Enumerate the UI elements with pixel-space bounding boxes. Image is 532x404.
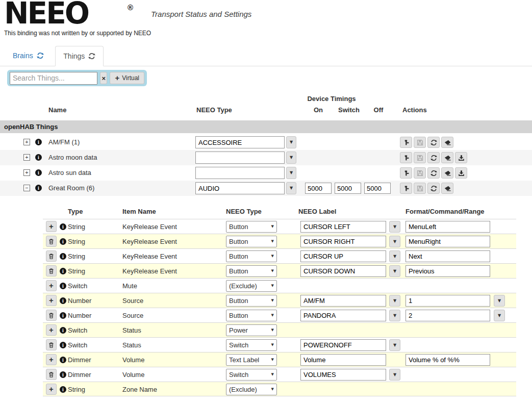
label-dropdown-button[interactable]: ▼ bbox=[389, 236, 400, 247]
format-input[interactable] bbox=[406, 221, 490, 233]
delete-channel-button[interactable] bbox=[46, 250, 57, 262]
download-button[interactable] bbox=[455, 152, 467, 163]
info-icon[interactable]: i bbox=[60, 312, 66, 319]
add-channel-button[interactable]: + bbox=[46, 354, 57, 365]
eraser-button[interactable] bbox=[441, 152, 453, 163]
add-channel-button[interactable]: + bbox=[46, 280, 57, 291]
info-icon[interactable]: i bbox=[60, 386, 66, 393]
timing-on-input[interactable] bbox=[305, 183, 332, 194]
timing-off-input[interactable] bbox=[364, 183, 391, 194]
expand-icon[interactable]: + bbox=[23, 154, 30, 161]
neeo-type-input[interactable] bbox=[195, 152, 285, 164]
neeo-label-input[interactable] bbox=[300, 250, 386, 262]
eraser-button[interactable] bbox=[441, 167, 453, 179]
delete-channel-button[interactable] bbox=[46, 310, 57, 321]
collapse-icon[interactable]: − bbox=[23, 185, 30, 191]
neeo-type-dropdown-button[interactable]: ▼ bbox=[286, 152, 296, 164]
label-dropdown-button[interactable]: ▼ bbox=[389, 265, 400, 277]
format-input[interactable] bbox=[406, 236, 490, 247]
add-virtual-button[interactable]: + Virtual bbox=[110, 72, 144, 84]
neeo-type-select[interactable]: Text Label▼ bbox=[226, 354, 277, 366]
neeo-type-select[interactable]: Button▼ bbox=[226, 236, 277, 247]
refresh-button[interactable] bbox=[427, 167, 440, 179]
neeo-label-input[interactable] bbox=[300, 310, 386, 321]
hammer-button[interactable] bbox=[400, 167, 412, 179]
info-icon[interactable]: i bbox=[35, 185, 42, 191]
add-channel-button[interactable]: + bbox=[46, 384, 57, 395]
neeo-label-input[interactable] bbox=[300, 295, 386, 307]
neeo-type-select[interactable]: Switch▼ bbox=[226, 339, 277, 351]
refresh-button[interactable] bbox=[427, 152, 440, 163]
add-channel-button[interactable]: + bbox=[46, 221, 57, 232]
neeo-type-input[interactable] bbox=[195, 182, 285, 194]
timing-switch-input[interactable] bbox=[335, 183, 361, 194]
label-dropdown-button[interactable]: ▼ bbox=[389, 369, 400, 381]
neeo-type-input[interactable] bbox=[195, 136, 285, 148]
neeo-type-dropdown-button[interactable]: ▼ bbox=[286, 182, 296, 194]
info-icon[interactable]: i bbox=[60, 283, 66, 289]
neeo-type-select[interactable]: (Exclude)▼ bbox=[226, 384, 277, 395]
expand-icon[interactable]: + bbox=[23, 169, 30, 176]
info-icon[interactable]: i bbox=[35, 154, 42, 161]
neeo-type-select[interactable]: Power▼ bbox=[226, 324, 277, 336]
neeo-type-dropdown-button[interactable]: ▼ bbox=[286, 167, 296, 179]
neeo-type-select[interactable]: Button▼ bbox=[226, 265, 277, 277]
format-input[interactable] bbox=[406, 265, 490, 277]
expand-icon[interactable]: + bbox=[23, 139, 30, 145]
info-icon[interactable]: i bbox=[60, 297, 66, 304]
hammer-button[interactable] bbox=[400, 137, 412, 148]
neeo-label-input[interactable] bbox=[300, 369, 386, 381]
delete-channel-button[interactable] bbox=[46, 339, 57, 350]
eraser-button[interactable] bbox=[441, 137, 453, 148]
label-dropdown-button[interactable]: ▼ bbox=[389, 310, 400, 321]
neeo-label-input[interactable] bbox=[300, 354, 386, 366]
format-input[interactable] bbox=[406, 295, 490, 307]
neeo-type-select[interactable]: Button▼ bbox=[226, 295, 277, 307]
format-dropdown-button[interactable]: ▼ bbox=[494, 295, 505, 307]
neeo-label-input[interactable] bbox=[300, 221, 386, 233]
refresh-button[interactable] bbox=[427, 137, 440, 148]
download-button[interactable] bbox=[455, 167, 467, 179]
refresh-button[interactable] bbox=[427, 183, 440, 194]
info-icon[interactable]: i bbox=[60, 371, 66, 378]
neeo-type-dropdown-button[interactable]: ▼ bbox=[286, 136, 296, 148]
info-icon[interactable]: i bbox=[60, 327, 66, 334]
tab-brains[interactable]: Brains bbox=[5, 45, 52, 66]
info-icon[interactable]: i bbox=[60, 238, 66, 245]
search-input[interactable] bbox=[10, 72, 97, 85]
format-input[interactable] bbox=[406, 310, 490, 321]
refresh-icon[interactable] bbox=[37, 52, 44, 59]
refresh-icon[interactable] bbox=[88, 53, 95, 60]
neeo-type-select[interactable]: Button▼ bbox=[226, 250, 277, 262]
eraser-button[interactable] bbox=[441, 183, 453, 194]
neeo-type-select[interactable]: Button▼ bbox=[226, 310, 277, 321]
label-dropdown-button[interactable]: ▼ bbox=[389, 250, 400, 262]
label-dropdown-button[interactable]: ▼ bbox=[389, 295, 400, 307]
add-channel-button[interactable]: + bbox=[46, 324, 57, 336]
hammer-button[interactable] bbox=[400, 152, 412, 163]
info-icon[interactable]: i bbox=[35, 169, 42, 176]
format-input[interactable] bbox=[406, 250, 490, 262]
info-icon[interactable]: i bbox=[60, 268, 66, 274]
save-button[interactable] bbox=[414, 183, 426, 194]
save-button[interactable] bbox=[414, 167, 426, 179]
label-dropdown-button[interactable]: ▼ bbox=[389, 339, 400, 351]
label-dropdown-button[interactable]: ▼ bbox=[389, 221, 400, 233]
neeo-label-input[interactable] bbox=[300, 265, 386, 277]
add-channel-button[interactable]: + bbox=[46, 295, 57, 306]
format-dropdown-button[interactable]: ▼ bbox=[494, 310, 505, 321]
format-input[interactable] bbox=[406, 354, 490, 366]
neeo-label-input[interactable] bbox=[300, 339, 386, 351]
info-icon[interactable]: i bbox=[60, 357, 66, 363]
hammer-button[interactable] bbox=[400, 183, 412, 194]
neeo-type-select[interactable]: Switch▼ bbox=[226, 369, 277, 381]
save-button[interactable] bbox=[414, 137, 426, 148]
info-icon[interactable]: i bbox=[35, 139, 42, 145]
delete-channel-button[interactable] bbox=[46, 369, 57, 380]
neeo-label-input[interactable] bbox=[300, 236, 386, 247]
info-icon[interactable]: i bbox=[60, 253, 66, 260]
info-icon[interactable]: i bbox=[60, 223, 66, 230]
tab-things[interactable]: Things bbox=[55, 46, 104, 66]
delete-channel-button[interactable] bbox=[46, 265, 57, 276]
save-button[interactable] bbox=[414, 152, 426, 163]
